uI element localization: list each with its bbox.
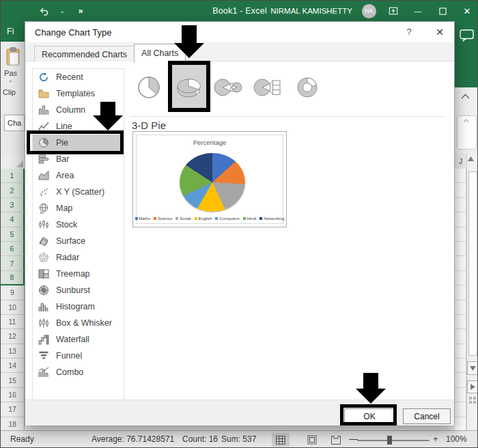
grid-cell[interactable]	[455, 256, 466, 270]
grid-cell[interactable]	[455, 402, 466, 417]
chart-type-funnel[interactable]: Funnel	[33, 348, 124, 364]
row-header-6[interactable]: 6	[1, 242, 25, 256]
chart-type-sunburst[interactable]: Sunburst	[33, 282, 124, 298]
row-header-10[interactable]: 10	[1, 300, 25, 315]
row-header-12[interactable]: 12	[1, 329, 25, 344]
grid-cell[interactable]	[455, 300, 466, 315]
column-header-j[interactable]: J	[455, 154, 466, 169]
zoom-slider-thumb[interactable]	[387, 436, 392, 445]
name-box[interactable]: Cha	[4, 115, 25, 131]
grid-cell[interactable]	[455, 242, 466, 256]
grid-cell[interactable]	[455, 373, 466, 387]
pie-subtype-tile[interactable]	[131, 63, 167, 112]
chart-type-combo[interactable]: Combo	[33, 364, 124, 380]
grid-cell[interactable]	[455, 315, 466, 329]
chart-type-waterfall[interactable]: Waterfall	[33, 331, 124, 348]
grid-cell[interactable]	[455, 285, 466, 300]
close-window-button[interactable]: ✕	[460, 3, 475, 18]
vertical-scrollbar-thumb[interactable]	[468, 171, 477, 356]
pie-3d-subtype-tile[interactable]	[171, 63, 206, 112]
select-all-corner[interactable]	[1, 154, 25, 169]
doughnut-subtype-tile[interactable]	[290, 63, 325, 112]
status-mode: Ready	[10, 434, 34, 444]
grid-cell[interactable]	[455, 359, 466, 373]
grid-cell[interactable]	[455, 227, 466, 242]
row-header-13[interactable]: 13	[1, 344, 25, 359]
row-header-1[interactable]: 1	[1, 169, 25, 183]
grid-cell[interactable]	[455, 417, 466, 432]
grid-cell[interactable]	[455, 198, 466, 212]
scroll-right-button[interactable]	[467, 380, 478, 393]
legend-swatch	[243, 217, 246, 220]
row-header-14[interactable]: 14	[1, 359, 25, 373]
view-page-layout-button[interactable]	[303, 433, 321, 447]
minimize-button[interactable]: —	[410, 3, 425, 18]
dialog-close-button[interactable]: ✕	[430, 22, 450, 42]
zoom-slider-track[interactable]	[357, 440, 430, 441]
sheet-scroll-top-box[interactable]	[457, 115, 477, 150]
row-header-18[interactable]: 18	[1, 417, 25, 432]
grid-cell[interactable]	[455, 344, 466, 359]
collapse-ribbon-chevron-icon[interactable]	[461, 94, 470, 99]
maximize-button[interactable]	[435, 3, 450, 18]
row-header-7[interactable]: 7	[1, 256, 25, 270]
grid-cell[interactable]	[455, 212, 466, 227]
row-header-17[interactable]: 17	[1, 402, 25, 417]
chart-type-pie[interactable]: Pie	[33, 135, 124, 151]
paste-clipboard-icon[interactable]	[5, 47, 21, 66]
chart-type-surface[interactable]: Surface	[33, 233, 124, 249]
grid-cell[interactable]	[455, 329, 466, 344]
chart-type-line[interactable]: Line	[33, 118, 124, 135]
row-header-5[interactable]: 5	[1, 227, 25, 242]
avatar[interactable]: NK	[362, 4, 376, 18]
file-tab-partial[interactable]: Fi	[1, 21, 25, 42]
chart-type-area[interactable]: Area	[33, 167, 124, 184]
row-header-16[interactable]: 16	[1, 388, 25, 402]
tab-all-charts[interactable]: All Charts	[134, 44, 186, 63]
tab-recommended-charts[interactable]: Recommended Charts	[34, 46, 135, 63]
chart-type-x-y-scatter[interactable]: X Y (Scatter)	[33, 184, 124, 200]
chart-preview[interactable]: Percentage MathsScienceSocialEnglishComp…	[132, 131, 287, 227]
row-header-3[interactable]: 3	[1, 198, 25, 212]
scroll-up-arrow-icon[interactable]	[468, 156, 474, 161]
chart-type-templates[interactable]: Templates	[33, 85, 124, 102]
histogram-icon	[38, 301, 49, 312]
sunburst-icon	[38, 285, 49, 296]
combo-icon	[38, 367, 49, 378]
grid-cell[interactable]	[455, 271, 466, 285]
resize-grip-icon[interactable]	[469, 397, 472, 400]
chart-type-stock[interactable]: Stock	[33, 216, 124, 233]
row-header-2[interactable]: 2	[1, 183, 25, 197]
grid-cell[interactable]	[455, 183, 466, 197]
chart-type-recent[interactable]: Recent	[33, 69, 124, 85]
paste-dropdown-chevron-icon[interactable]: ⌄	[8, 77, 13, 83]
chart-type-bar[interactable]: Bar	[33, 151, 124, 167]
view-normal-button[interactable]	[272, 433, 290, 447]
view-page-break-button[interactable]	[327, 433, 345, 447]
row-header-9[interactable]: 9	[1, 285, 25, 300]
scroll-down-button[interactable]	[467, 361, 478, 375]
grid-cell[interactable]	[455, 169, 466, 183]
row-header-4[interactable]: 4	[1, 212, 25, 227]
bar-of-pie-subtype-tile[interactable]	[250, 63, 285, 112]
row-header-11[interactable]: 11	[1, 315, 25, 329]
grid-cell[interactable]	[455, 388, 466, 402]
chart-type-column[interactable]: Column	[33, 102, 124, 118]
pie-of-pie-subtype-tile[interactable]	[210, 63, 246, 112]
comments-icon[interactable]	[460, 29, 475, 43]
ribbon-display-options-button[interactable]	[386, 3, 401, 18]
zoom-out-button[interactable]: —	[349, 434, 358, 444]
status-sum: Sum: 537	[221, 434, 256, 444]
signed-in-user[interactable]: NIRMAL KAMISHETTY	[270, 7, 352, 15]
row-header-8[interactable]: 8	[1, 271, 25, 285]
chart-type-treemap[interactable]: Treemap	[33, 266, 124, 282]
dialog-help-button[interactable]: ?	[401, 22, 417, 42]
chart-type-histogram[interactable]: Histogram	[33, 298, 124, 315]
cancel-button[interactable]: Cancel	[403, 408, 451, 424]
chart-type-map[interactable]: Map	[33, 200, 124, 216]
zoom-in-button[interactable]: +	[433, 434, 438, 444]
chart-type-box-whisker[interactable]: Box & Whisker	[33, 315, 124, 331]
chart-type-radar[interactable]: Radar	[33, 249, 124, 266]
row-header-15[interactable]: 15	[1, 373, 25, 387]
ok-button[interactable]: OK	[344, 408, 395, 424]
